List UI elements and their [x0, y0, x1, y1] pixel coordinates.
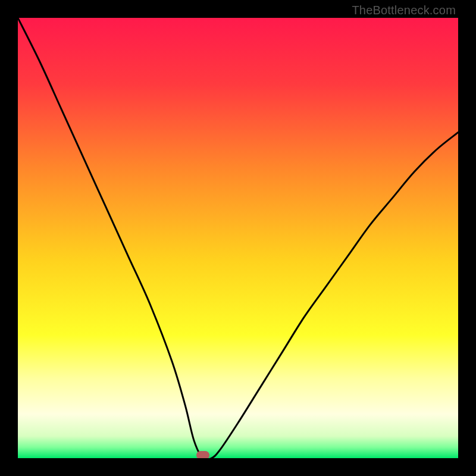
bottleneck-curve [18, 18, 458, 458]
minimum-marker [196, 451, 209, 458]
chart-frame: TheBottleneck.com [0, 0, 476, 476]
plot-area [18, 18, 458, 458]
attribution-text: TheBottleneck.com [352, 4, 456, 17]
